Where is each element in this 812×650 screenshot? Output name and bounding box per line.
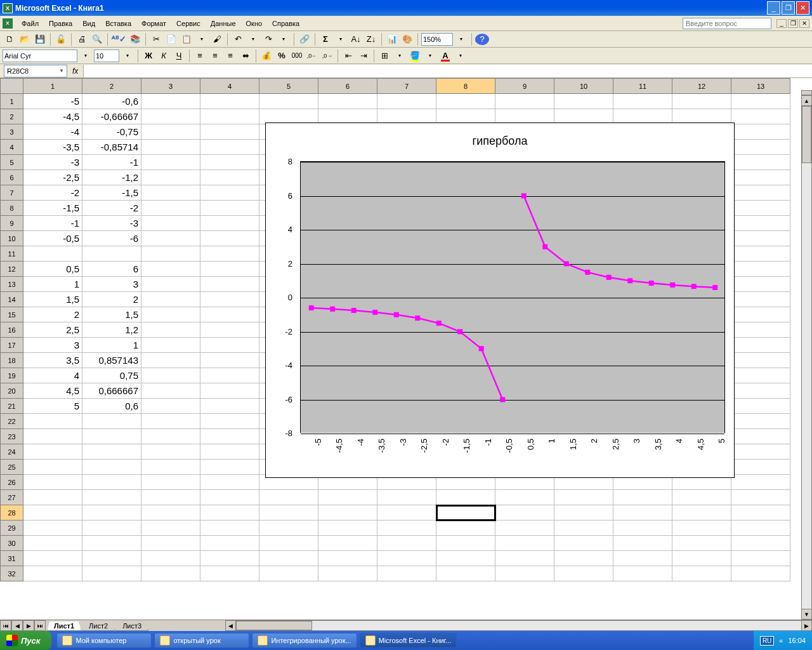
cell-r29c10[interactable] bbox=[554, 521, 613, 536]
cell-r31c13[interactable] bbox=[731, 551, 790, 566]
row-header-10[interactable]: 10 bbox=[1, 231, 23, 246]
autosum-dropdown[interactable]: ▾ bbox=[334, 32, 348, 46]
cell-r28c13[interactable] bbox=[731, 505, 790, 521]
cell-r30c12[interactable] bbox=[672, 536, 731, 551]
cell-r26c13[interactable] bbox=[731, 475, 790, 490]
cell-r8c13[interactable] bbox=[731, 201, 790, 216]
cell-r4c2[interactable]: -0,85714 bbox=[82, 140, 141, 155]
cell-r5c2[interactable]: -1 bbox=[82, 155, 141, 170]
cell-r31c5[interactable] bbox=[259, 551, 318, 566]
borders-dropdown[interactable]: ▾ bbox=[393, 49, 407, 63]
column-header-1[interactable]: 1 bbox=[23, 79, 82, 94]
row-header-25[interactable]: 25 bbox=[1, 460, 23, 475]
cell-r27c3[interactable] bbox=[141, 490, 200, 505]
cell-r2c3[interactable] bbox=[141, 109, 200, 124]
cell-r29c4[interactable] bbox=[200, 521, 259, 536]
cell-r29c2[interactable] bbox=[82, 521, 141, 536]
cell-r3c4[interactable] bbox=[200, 124, 259, 140]
fx-icon[interactable]: fx bbox=[72, 67, 78, 76]
row-header-23[interactable]: 23 bbox=[1, 429, 23, 444]
row-header-21[interactable]: 21 bbox=[1, 399, 23, 414]
cell-r15c2[interactable]: 1,5 bbox=[82, 307, 141, 322]
menu-help[interactable]: Справка bbox=[267, 18, 304, 29]
cell-r15c13[interactable] bbox=[731, 307, 790, 322]
cell-r27c11[interactable] bbox=[613, 490, 672, 505]
cell-r4c13[interactable] bbox=[731, 140, 790, 155]
cell-r30c9[interactable] bbox=[495, 536, 554, 551]
cell-r32c13[interactable] bbox=[731, 566, 790, 581]
row-header-19[interactable]: 19 bbox=[1, 368, 23, 383]
cell-r28c4[interactable] bbox=[200, 505, 259, 521]
redo-dropdown[interactable]: ▾ bbox=[277, 32, 291, 46]
minimize-button[interactable]: _ bbox=[767, 1, 780, 15]
vertical-scrollbar[interactable]: ▲ ▼ bbox=[801, 90, 812, 620]
cell-r29c11[interactable] bbox=[613, 521, 672, 536]
cell-r27c12[interactable] bbox=[672, 490, 731, 505]
cell-r22c4[interactable] bbox=[200, 414, 259, 429]
cell-r32c6[interactable] bbox=[318, 566, 377, 581]
cell-r12c4[interactable] bbox=[200, 262, 259, 277]
cut-icon[interactable]: ✂ bbox=[149, 32, 163, 46]
menu-tools[interactable]: Сервис bbox=[171, 18, 206, 29]
cell-r6c13[interactable] bbox=[731, 170, 790, 185]
mdi-restore-button[interactable]: ❐ bbox=[788, 19, 798, 28]
cell-r28c8[interactable] bbox=[436, 505, 495, 521]
cell-r14c3[interactable] bbox=[141, 292, 200, 307]
cell-r29c6[interactable] bbox=[318, 521, 377, 536]
cell-r2c6[interactable] bbox=[318, 109, 377, 124]
chart-wizard-icon[interactable]: 📊 bbox=[385, 32, 399, 46]
cell-r30c13[interactable] bbox=[731, 536, 790, 551]
cell-r26c2[interactable] bbox=[82, 475, 141, 490]
cell-r15c4[interactable] bbox=[200, 307, 259, 322]
row-header-31[interactable]: 31 bbox=[1, 551, 23, 566]
comma-icon[interactable]: 000 bbox=[290, 49, 304, 63]
paste-dropdown[interactable]: ▾ bbox=[195, 32, 209, 46]
cell-r20c1[interactable]: 4,5 bbox=[23, 383, 82, 399]
cell-r2c5[interactable] bbox=[259, 109, 318, 124]
cell-r32c9[interactable] bbox=[495, 566, 554, 581]
font-color-icon[interactable]: A bbox=[438, 49, 452, 63]
name-box[interactable]: R28C8 ▼ bbox=[4, 65, 67, 77]
row-header-27[interactable]: 27 bbox=[1, 490, 23, 505]
cell-r2c2[interactable]: -0,66667 bbox=[82, 109, 141, 124]
font-size-input[interactable] bbox=[94, 50, 119, 62]
row-header-16[interactable]: 16 bbox=[1, 322, 23, 338]
row-header-11[interactable]: 11 bbox=[1, 246, 23, 262]
cell-r1c4[interactable] bbox=[200, 94, 259, 109]
cell-r6c3[interactable] bbox=[141, 170, 200, 185]
cell-r9c13[interactable] bbox=[731, 216, 790, 231]
cell-r31c7[interactable] bbox=[377, 551, 436, 566]
cell-r28c12[interactable] bbox=[672, 505, 731, 521]
column-header-7[interactable]: 7 bbox=[377, 79, 436, 94]
cell-r1c12[interactable] bbox=[672, 94, 731, 109]
format-painter-icon[interactable]: 🖌 bbox=[210, 32, 224, 46]
cell-r2c13[interactable] bbox=[731, 109, 790, 124]
currency-icon[interactable]: 💰 bbox=[259, 49, 273, 63]
cell-r30c8[interactable] bbox=[436, 536, 495, 551]
cell-r7c1[interactable]: -2 bbox=[23, 185, 82, 201]
sheet-nav-first-button[interactable]: ⏮ bbox=[0, 620, 11, 631]
cell-r31c3[interactable] bbox=[141, 551, 200, 566]
cell-r9c2[interactable]: -3 bbox=[82, 216, 141, 231]
sheet-nav-next-button[interactable]: ▶ bbox=[23, 620, 34, 631]
spelling-icon[interactable]: ᴬᴮ✓ bbox=[111, 32, 127, 46]
row-header-20[interactable]: 20 bbox=[1, 383, 23, 399]
cell-r30c3[interactable] bbox=[141, 536, 200, 551]
row-header-9[interactable]: 9 bbox=[1, 216, 23, 231]
cell-r1c5[interactable] bbox=[259, 94, 318, 109]
cell-r1c3[interactable] bbox=[141, 94, 200, 109]
row-header-14[interactable]: 14 bbox=[1, 292, 23, 307]
cell-r11c3[interactable] bbox=[141, 246, 200, 262]
cell-r24c1[interactable] bbox=[23, 444, 82, 460]
cell-r30c1[interactable] bbox=[23, 536, 82, 551]
cell-r14c4[interactable] bbox=[200, 292, 259, 307]
sheet-tab-Лист1[interactable]: Лист1 bbox=[47, 621, 81, 631]
cell-r31c1[interactable] bbox=[23, 551, 82, 566]
cell-r5c4[interactable] bbox=[200, 155, 259, 170]
cell-r23c3[interactable] bbox=[141, 429, 200, 444]
cell-r17c2[interactable]: 1 bbox=[82, 338, 141, 353]
cell-r17c13[interactable] bbox=[731, 338, 790, 353]
formula-input[interactable] bbox=[83, 65, 812, 77]
select-all-corner[interactable] bbox=[1, 79, 23, 94]
chart-plot-area[interactable] bbox=[300, 161, 725, 433]
